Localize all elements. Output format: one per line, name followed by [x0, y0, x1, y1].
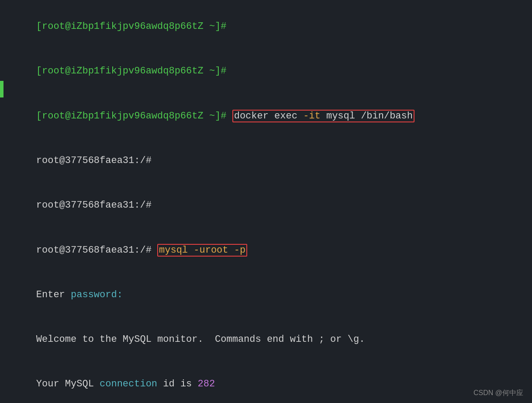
your-mysql-text: Your MySQL: [36, 379, 100, 389]
terminal-line-9: Your MySQL connection id is 282: [13, 362, 523, 403]
mysql-login-cmd: mysql -uroot -p: [159, 245, 245, 256]
prompt-2: [root@iZbp1fikjpv96awdq8p66tZ ~]#: [36, 66, 227, 76]
terminal-line-8: Welcome to the MySQL monitor. Commands e…: [13, 317, 523, 362]
container-prompt-1: root@377568faea31:/#: [36, 155, 152, 166]
container-prompt-3: root@377568faea31:/#: [36, 245, 152, 256]
mysql-login-box: mysql -uroot -p: [157, 244, 247, 257]
password-keyword: password:: [71, 289, 123, 300]
id-is-text: id is: [157, 379, 197, 389]
space2: [152, 245, 157, 256]
connection-id: 282: [198, 379, 215, 389]
it-flag: -it: [303, 111, 321, 122]
welcome-text: Welcome to the MySQL monitor. Commands e…: [36, 334, 365, 345]
prompt-1: [root@iZbp1fikjpv96awdq8p66tZ ~]#: [36, 21, 227, 32]
terminal-line-3: [root@iZbp1fikjpv96awdq8p66tZ ~]# docker…: [13, 94, 523, 139]
prompt-3: [root@iZbp1fikjpv96awdq8p66tZ ~]#: [36, 111, 227, 122]
docker-cmd-text: docker exec: [234, 111, 303, 122]
terminal-line-6: root@377568faea31:/# mysql -uroot -p: [13, 228, 523, 272]
terminal-line-5: root@377568faea31:/#: [13, 183, 523, 228]
space: [226, 111, 232, 122]
docker-cmd-box: docker exec -it mysql /bin/bash: [232, 110, 415, 122]
terminal-line-2: [root@iZbp1fikjpv96awdq8p66tZ ~]#: [13, 49, 523, 94]
watermark: CSDN @何中应: [473, 389, 523, 398]
left-bar-indicator: [0, 81, 3, 97]
docker-cmd-text2: mysql /bin/bash: [321, 111, 413, 122]
terminal-line-1: [root@iZbp1fikjpv96awdq8p66tZ ~]#: [13, 4, 523, 49]
terminal-line-4: root@377568faea31:/#: [13, 139, 523, 183]
enter-text: Enter: [36, 289, 71, 300]
connection-keyword: connection: [100, 379, 157, 389]
container-prompt-2: root@377568faea31:/#: [36, 200, 152, 211]
terminal: [root@iZbp1fikjpv96awdq8p66tZ ~]# [root@…: [0, 0, 532, 403]
terminal-line-7: Enter password:: [13, 273, 523, 317]
